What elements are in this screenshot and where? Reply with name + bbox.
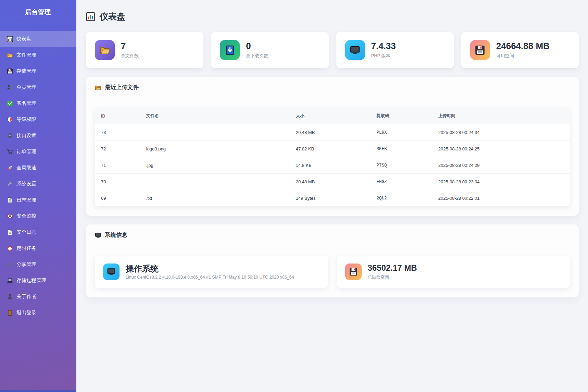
cell-name: .txt xyxy=(140,190,290,207)
system-info-header: 系统信息 xyxy=(86,224,579,246)
sidebar-item-stored-procedures[interactable]: 存储过程管理 xyxy=(0,272,76,289)
sidebar-item-logout[interactable]: 退出登录 xyxy=(0,305,76,321)
sidebar-item-settings[interactable]: 系统设置 xyxy=(0,176,76,192)
cell-time: 2025-08-28 00:24:34 xyxy=(432,124,570,141)
recent-files-title: 最近上传文件 xyxy=(105,84,139,91)
page-title-text: 仪表盘 xyxy=(100,11,125,22)
sidebar-item-label: 安全监控 xyxy=(16,213,36,219)
cell-time: 2025-08-28 00:23:04 xyxy=(432,174,570,190)
sidebar-item-label: 等级权限 xyxy=(16,116,36,123)
cell-id: 69 xyxy=(95,190,140,207)
system-info-panel: 系统信息 操作系统 Linux CentOs8.2.2 4.18.0-193.e… xyxy=(86,224,579,297)
recent-files-table: ID 文件名 大小 提取码 上传时间 73 20.48 MB PL9X xyxy=(95,108,570,206)
cell-name xyxy=(140,174,290,190)
cell-code: PL9X xyxy=(370,124,432,141)
sidebar-item-label: 定时任务 xyxy=(16,245,36,252)
cell-code: SKEB xyxy=(370,141,432,157)
stat-card-free-space: 24664.88 MB 可用空间 xyxy=(461,32,579,68)
table-header-row: ID 文件名 大小 提取码 上传时间 xyxy=(95,108,570,124)
download-icon xyxy=(220,40,240,60)
sidebar-item-shares[interactable]: 分享管理 xyxy=(0,256,76,272)
cell-size: 20.48 MB xyxy=(290,174,371,190)
cell-name: .jpg xyxy=(140,157,290,174)
folder-icon xyxy=(7,52,13,58)
sidebar-item-label: 关于作者 xyxy=(16,293,36,300)
app-title: 后台管理 xyxy=(0,0,76,24)
shield-icon xyxy=(7,117,13,123)
floppy-icon xyxy=(470,40,490,60)
users-icon xyxy=(7,84,13,90)
cell-time: 2025-08-28 00:24:25 xyxy=(432,141,570,157)
door-icon xyxy=(7,310,13,316)
stats-row: 7 总文件数 0 总下载次数 7.4.33 PHP 版本 24664.88 MB… xyxy=(86,32,579,68)
document-icon xyxy=(7,197,13,203)
bar-chart-icon xyxy=(86,12,95,21)
sidebar-item-security-monitor[interactable]: 安全监控 xyxy=(0,208,76,224)
sidebar-item-about[interactable]: 关于作者 xyxy=(0,289,76,305)
sidebar-item-label: 分享管理 xyxy=(16,261,36,268)
stat-value: 0 xyxy=(246,41,268,51)
sidebar-item-speedlimit[interactable]: 全局限速 xyxy=(0,160,76,176)
table-row: 69 .txt 149 Bytes 2QL2 2025-08-28 00:22:… xyxy=(95,190,570,207)
monitor-icon xyxy=(345,40,365,60)
sidebar-item-dashboard[interactable]: 仪表盘 xyxy=(0,31,76,47)
sidebar-item-label: 全局限速 xyxy=(16,164,36,171)
cell-code: EHGZ xyxy=(370,174,432,190)
cell-name: logo3.png xyxy=(140,141,290,157)
sidebar: 后台管理 仪表盘 文件管理 存储管理 会员管理 实名管理 等级权限 接口设置 xyxy=(0,0,76,392)
sidebar-item-label: 接口设置 xyxy=(16,132,36,139)
sidebar-item-label: 会员管理 xyxy=(16,84,36,90)
sidebar-item-storage[interactable]: 存储管理 xyxy=(0,63,76,79)
cell-id: 71 xyxy=(95,157,140,174)
cell-code: P7SQ xyxy=(370,157,432,174)
sidebar-item-security-logs[interactable]: 安全日志 xyxy=(0,224,76,240)
bar-chart-icon xyxy=(7,36,13,42)
laptop-icon xyxy=(7,278,13,284)
stat-card-total-downloads: 0 总下载次数 xyxy=(211,32,328,68)
table-row: 71 .jpg 14.8 KB P7SQ 2025-08-28 00:24:09 xyxy=(95,157,570,174)
column-header-name: 文件名 xyxy=(140,108,290,124)
stat-value: 7 xyxy=(121,41,139,51)
person-icon xyxy=(7,294,13,300)
recent-files-table-card: ID 文件名 大小 提取码 上传时间 73 20.48 MB PL9X xyxy=(95,108,570,206)
sidebar-item-files[interactable]: 文件管理 xyxy=(0,47,76,63)
stat-card-total-files: 7 总文件数 xyxy=(86,32,203,68)
table-row: 72 logo3.png 47.82 KB SKEB 2025-08-28 00… xyxy=(95,141,570,157)
cell-size: 149 Bytes xyxy=(290,190,371,207)
disk-total-value: 36502.17 MB xyxy=(368,263,417,273)
stat-label: 总下载次数 xyxy=(246,53,268,59)
recent-files-body: ID 文件名 大小 提取码 上传时间 73 20.48 MB PL9X xyxy=(86,98,579,216)
sidebar-item-api[interactable]: 接口设置 xyxy=(0,127,76,144)
stat-label: PHP 版本 xyxy=(371,53,396,59)
sidebar-item-realname[interactable]: 实名管理 xyxy=(0,95,76,111)
os-details: Linux CentOs8.2.2 4.18.0-193.el8.x86_64 … xyxy=(126,275,294,280)
sidebar-item-levels[interactable]: 等级权限 xyxy=(0,111,76,127)
sidebar-item-cron[interactable]: 定时任务 xyxy=(0,240,76,256)
sidebar-bottom-strip xyxy=(0,390,76,392)
table-row: 73 20.48 MB PL9X 2025-08-28 00:24:34 xyxy=(95,124,570,141)
table-row: 70 20.48 MB EHGZ 2025-08-28 00:23:04 xyxy=(95,174,570,190)
sidebar-item-logs[interactable]: 日志管理 xyxy=(0,192,76,208)
os-info-card: 操作系统 Linux CentOs8.2.2 4.18.0-193.el8.x8… xyxy=(95,256,328,288)
sidebar-item-label: 文件管理 xyxy=(16,52,36,58)
sidebar-item-label: 实名管理 xyxy=(16,100,36,107)
cell-size: 14.8 KB xyxy=(290,157,371,174)
sidebar-item-orders[interactable]: 订单管理 xyxy=(0,144,76,160)
cell-time: 2025-08-28 00:22:01 xyxy=(432,190,570,207)
cell-id: 72 xyxy=(95,141,140,157)
cell-size: 20.48 MB xyxy=(290,124,371,141)
main-content: 仪表盘 7 总文件数 0 总下载次数 7.4.33 PHP 版本 xyxy=(76,0,588,392)
document-icon xyxy=(7,229,13,235)
disk-total-label: 总磁盘空间 xyxy=(368,274,417,280)
gear-icon xyxy=(7,133,13,139)
check-square-icon xyxy=(7,100,13,107)
sidebar-item-label: 日志管理 xyxy=(16,197,36,203)
recent-files-header: 最近上传文件 xyxy=(86,77,579,98)
rocket-icon xyxy=(7,165,13,171)
recent-files-panel: 最近上传文件 ID 文件名 大小 提取码 上传时间 xyxy=(86,77,579,216)
cell-id: 70 xyxy=(95,174,140,190)
column-header-code: 提取码 xyxy=(370,108,432,124)
alarm-clock-icon xyxy=(7,245,13,252)
os-title: 操作系统 xyxy=(126,264,294,273)
sidebar-item-members[interactable]: 会员管理 xyxy=(0,79,76,95)
